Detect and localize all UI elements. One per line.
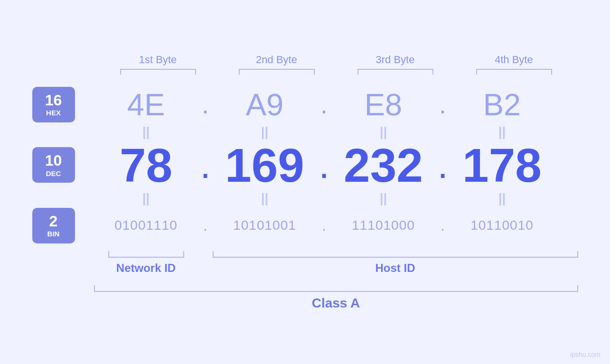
bin-base-num: 2 — [49, 213, 58, 230]
byte-header-4: 4th Byte — [462, 54, 566, 66]
network-id-label: Network ID — [116, 261, 176, 275]
bracket-top-4 — [476, 69, 552, 75]
bottom-inner: Network ID Host ID — [94, 251, 578, 275]
byte-col-4: 4th Byte — [462, 54, 566, 75]
hex-val-2: A9 — [213, 87, 317, 122]
dec-badge: 10 DEC — [32, 147, 75, 183]
class-bracket — [94, 285, 578, 292]
dec-base-num: 10 — [45, 152, 62, 169]
network-id-bracket — [108, 251, 184, 258]
class-row: Class A — [19, 285, 591, 311]
hex-values-row: 4E . A9 . E8 . B2 — [94, 87, 578, 122]
bracket-top-2 — [239, 69, 315, 75]
hex-val-3: E8 — [331, 87, 436, 122]
hex-base-num: 16 — [45, 92, 62, 109]
watermark: ipshu.com — [570, 351, 601, 358]
hex-dot-1: . — [198, 92, 213, 118]
eq-8: || — [450, 192, 554, 205]
eq-5: || — [94, 192, 198, 205]
byte-header-3: 3rd Byte — [343, 54, 448, 66]
bin-values-row: 01001110 . 10101001 . 11101000 . 1011001… — [94, 218, 578, 233]
hex-row: 16 HEX 4E . A9 . E8 . B2 — [19, 87, 591, 122]
bin-row: 2 BIN 01001110 . 10101001 . 11101000 . 1… — [19, 208, 591, 243]
main-container: 1st Byte 2nd Byte 3rd Byte 4th Byte 16 H… — [0, 0, 610, 364]
dec-val-2: 169 — [213, 141, 317, 189]
dec-dot-3: . — [436, 146, 450, 184]
eq-4: || — [450, 125, 554, 139]
dec-base-label: DEC — [46, 169, 61, 177]
bin-dot-2: . — [317, 218, 331, 233]
dec-val-3: 232 — [331, 141, 436, 189]
bin-val-1: 01001110 — [94, 218, 198, 233]
equals-row-2: || || || || — [19, 192, 591, 205]
class-inner: Class A — [94, 285, 578, 311]
hex-val-4: B2 — [450, 87, 554, 122]
dec-values-row: 78 . 169 . 232 . 178 — [94, 141, 578, 189]
byte-header-1: 1st Byte — [106, 54, 210, 66]
bin-val-3: 11101000 — [331, 218, 436, 233]
dec-dot-2: . — [317, 146, 331, 184]
hex-base-label: HEX — [46, 109, 61, 117]
byte-col-1: 1st Byte — [106, 54, 210, 75]
bin-val-4: 10110010 — [450, 218, 554, 233]
eq-6: || — [213, 192, 317, 205]
byte-col-2: 2nd Byte — [225, 54, 329, 75]
dec-dot-1: . — [198, 146, 213, 184]
eq-7: || — [331, 192, 436, 205]
equals-group-2: || || || || — [94, 192, 578, 205]
dec-val-1: 78 — [94, 141, 198, 189]
bracket-top-1 — [120, 69, 196, 75]
eq-1: || — [94, 125, 198, 139]
bin-badge: 2 BIN — [32, 208, 75, 243]
class-label: Class A — [312, 296, 360, 311]
hex-val-1: 4E — [94, 87, 198, 122]
eq-3: || — [331, 125, 436, 139]
bottom-section: Network ID Host ID — [19, 251, 591, 275]
bin-dot-1: . — [198, 218, 213, 233]
hex-badge: 16 HEX — [32, 87, 75, 122]
byte-header-2: 2nd Byte — [225, 54, 329, 66]
host-id-label: Host ID — [375, 261, 415, 275]
bin-base-label: BIN — [47, 230, 60, 238]
equals-group-1: || || || || — [94, 125, 578, 139]
host-id-section: Host ID — [213, 251, 578, 275]
hex-dot-2: . — [317, 92, 331, 118]
dec-val-4: 178 — [450, 141, 554, 189]
dec-row: 10 DEC 78 . 169 . 232 . 178 — [19, 141, 591, 189]
hex-dot-3: . — [436, 92, 450, 118]
bracket-top-3 — [357, 69, 433, 75]
byte-col-3: 3rd Byte — [343, 54, 448, 75]
eq-2: || — [213, 125, 317, 139]
bin-val-2: 10101001 — [213, 218, 317, 233]
equals-row-1: || || || || — [19, 125, 591, 139]
byte-headers-row: 1st Byte 2nd Byte 3rd Byte 4th Byte — [19, 54, 591, 75]
network-id-section: Network ID — [94, 251, 198, 275]
bin-dot-3: . — [436, 218, 450, 233]
host-id-bracket — [213, 251, 578, 258]
